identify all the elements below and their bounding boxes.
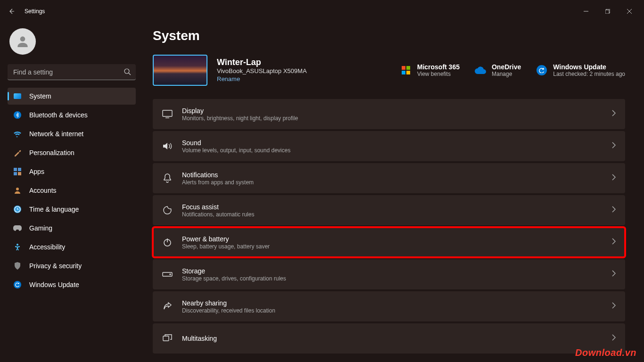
titlebar: Settings <box>0 0 644 23</box>
card-display[interactable]: DisplayMonitors, brightness, night light… <box>153 99 625 129</box>
link-microsoft365[interactable]: Microsoft 365View benefits <box>400 63 460 77</box>
profile-block[interactable] <box>8 26 136 64</box>
svg-rect-8 <box>18 168 21 171</box>
search-input[interactable] <box>8 64 136 80</box>
sidebar-item-time[interactable]: Time & language <box>8 201 136 218</box>
winupdate-icon <box>536 65 547 76</box>
desktop-thumbnail[interactable] <box>153 55 207 86</box>
main-content: System Winter-Lap VivoBook_ASUSLaptop X5… <box>141 23 644 362</box>
window-title: Settings <box>25 8 45 15</box>
window-controls <box>575 4 640 19</box>
accounts-icon <box>13 186 22 195</box>
chevron-right-icon <box>612 334 616 343</box>
maximize-icon <box>605 9 610 14</box>
sidebar-item-gaming[interactable]: Gaming <box>8 220 136 237</box>
card-title: Display <box>182 107 603 115</box>
sidebar-item-apps[interactable]: Apps <box>8 163 136 180</box>
multitasking-icon <box>162 333 173 344</box>
page-title: System <box>153 28 625 43</box>
storage-icon <box>162 269 173 280</box>
card-title: Nearby sharing <box>182 299 603 307</box>
card-subtitle: Notifications, automatic rules <box>182 211 603 218</box>
card-sound[interactable]: SoundVolume levels, output, input, sound… <box>153 131 625 161</box>
svg-rect-7 <box>14 168 17 171</box>
apps-icon <box>13 167 22 176</box>
sidebar-item-update[interactable]: Windows Update <box>8 276 136 293</box>
sidebar-item-system[interactable]: System <box>8 88 136 105</box>
sidebar: System Bluetooth & devices Network & int… <box>0 23 141 362</box>
search-container <box>8 64 136 80</box>
chevron-right-icon <box>612 206 616 214</box>
gaming-icon <box>13 224 22 232</box>
card-storage[interactable]: StorageStorage space, drives, configurat… <box>153 259 625 289</box>
sidebar-item-label: Windows Update <box>29 281 79 288</box>
system-icon <box>13 92 22 100</box>
sidebar-item-label: Network & internet <box>29 130 83 138</box>
link-title: Windows Update <box>553 63 625 71</box>
card-subtitle: Volume levels, output, input, sound devi… <box>182 147 603 154</box>
card-title: Focus assist <box>182 203 603 211</box>
privacy-icon <box>13 262 22 270</box>
device-info: Winter-Lap VivoBook_ASUSLaptop X509MA Re… <box>217 58 307 83</box>
card-title: Notifications <box>182 171 603 179</box>
sidebar-item-label: Accessibility <box>29 243 65 251</box>
back-button[interactable] <box>4 4 19 19</box>
sidebar-item-label: Time & language <box>29 206 79 213</box>
card-nearby-sharing[interactable]: Nearby sharingDiscoverability, received … <box>153 291 625 321</box>
link-onedrive[interactable]: OneDriveManage <box>475 63 521 77</box>
sidebar-item-network[interactable]: Network & internet <box>8 125 136 142</box>
minimize-button[interactable] <box>575 4 597 19</box>
sidebar-item-label: Bluetooth & devices <box>29 111 88 119</box>
close-icon <box>627 9 632 14</box>
card-subtitle: Monitors, brightness, night light, displ… <box>182 115 603 122</box>
chevron-right-icon <box>612 238 616 247</box>
card-subtitle: Discoverability, received files location <box>182 307 603 314</box>
svg-rect-15 <box>406 66 410 70</box>
sound-icon <box>162 141 173 151</box>
chevron-right-icon <box>612 302 616 311</box>
notifications-icon <box>162 173 173 183</box>
svg-point-13 <box>17 244 18 246</box>
device-name: Winter-Lap <box>217 58 307 67</box>
bluetooth-icon <box>13 111 22 119</box>
sidebar-item-label: Personalization <box>29 149 74 156</box>
card-multitasking[interactable]: Multitasking <box>153 323 625 354</box>
power-icon <box>162 237 173 247</box>
sidebar-item-label: Privacy & security <box>29 262 82 270</box>
minimize-icon <box>584 9 588 14</box>
personalization-icon <box>13 148 22 157</box>
svg-point-11 <box>16 188 19 190</box>
device-model: VivoBook_ASUSLaptop X509MA <box>217 67 307 74</box>
sidebar-item-accessibility[interactable]: Accessibility <box>8 239 136 255</box>
focus-icon <box>162 205 173 215</box>
sidebar-item-label: Apps <box>29 168 44 175</box>
card-title: Storage <box>182 267 603 275</box>
card-notifications[interactable]: NotificationsAlerts from apps and system <box>153 163 625 193</box>
close-button[interactable] <box>619 4 640 19</box>
sidebar-item-label: Gaming <box>29 224 52 232</box>
link-windows-update[interactable]: Windows UpdateLast checked: 2 minutes ag… <box>536 63 625 77</box>
sidebar-item-bluetooth[interactable]: Bluetooth & devices <box>8 107 136 123</box>
back-arrow-icon <box>8 8 15 15</box>
sidebar-item-label: Accounts <box>29 187 57 194</box>
accessibility-icon <box>13 243 22 251</box>
device-header: Winter-Lap VivoBook_ASUSLaptop X509MA Re… <box>153 55 625 86</box>
sidebar-item-accounts[interactable]: Accounts <box>8 182 136 199</box>
link-subtitle: Manage <box>492 71 521 77</box>
svg-point-4 <box>20 36 25 41</box>
card-focus-assist[interactable]: Focus assistNotifications, automatic rul… <box>153 195 625 225</box>
link-title: Microsoft 365 <box>417 63 460 71</box>
time-icon <box>13 205 22 214</box>
svg-point-23 <box>170 274 171 275</box>
maximize-button[interactable] <box>597 4 619 19</box>
svg-rect-18 <box>163 110 172 116</box>
card-subtitle: Alerts from apps and system <box>182 179 603 186</box>
sidebar-item-privacy[interactable]: Privacy & security <box>8 257 136 274</box>
link-subtitle: Last checked: 2 minutes ago <box>553 71 625 77</box>
sidebar-nav: System Bluetooth & devices Network & int… <box>8 88 136 293</box>
sidebar-item-personalization[interactable]: Personalization <box>8 144 136 161</box>
share-icon <box>162 301 173 312</box>
person-icon <box>15 34 30 49</box>
card-power-battery[interactable]: Power & batterySleep, battery usage, bat… <box>153 227 625 257</box>
rename-link[interactable]: Rename <box>217 75 240 82</box>
